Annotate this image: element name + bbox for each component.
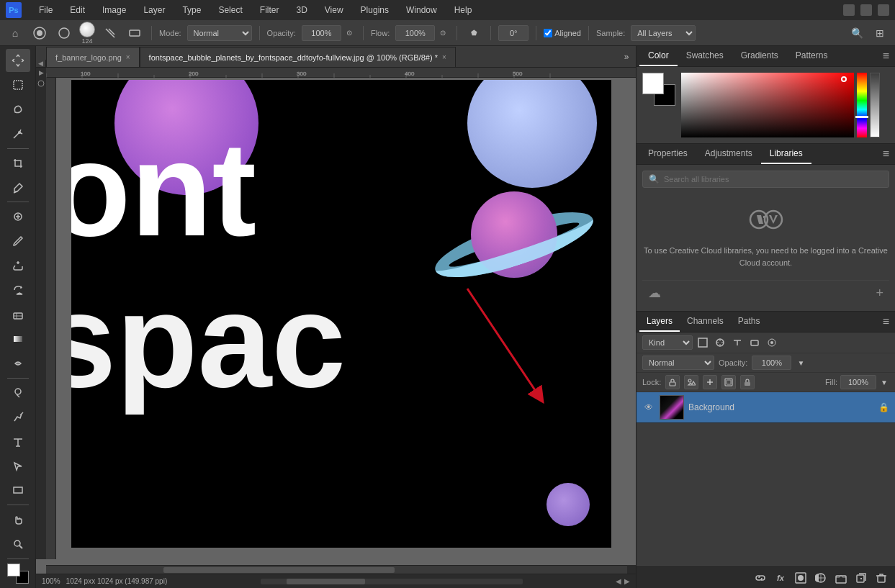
color-swatches-widget[interactable] bbox=[6, 562, 30, 585]
new-group-btn[interactable] bbox=[833, 570, 849, 586]
add-mask-btn[interactable] bbox=[793, 570, 809, 586]
hue-marker[interactable] bbox=[855, 116, 868, 118]
history-brush-tool[interactable] bbox=[6, 279, 30, 302]
blend-mode-select[interactable]: Normal bbox=[642, 356, 714, 370]
scroll-left-btn[interactable]: ◀ bbox=[616, 577, 621, 585]
move-tool[interactable] bbox=[6, 49, 30, 72]
lock-transparency-btn[interactable] bbox=[665, 375, 680, 389]
lock-image-btn[interactable] bbox=[684, 375, 698, 389]
menu-file[interactable]: File bbox=[36, 4, 55, 17]
tab-close-banner[interactable]: × bbox=[126, 53, 130, 61]
fill-input[interactable] bbox=[840, 375, 876, 389]
eraser-tool[interactable] bbox=[6, 303, 30, 326]
sample-select[interactable]: All Layers bbox=[631, 25, 696, 41]
scroll-thumb-bottom[interactable] bbox=[287, 579, 365, 584]
tab-fontspace[interactable]: fontspace_bubble_planets_by_fontspace_dd… bbox=[140, 47, 456, 67]
workspaces-icon[interactable]: ⊞ bbox=[871, 24, 889, 42]
text-tool[interactable] bbox=[6, 430, 30, 453]
scroll-right-btn[interactable]: ▶ bbox=[624, 577, 630, 585]
opacity-input-layers[interactable] bbox=[752, 356, 791, 370]
toggle-arrow[interactable]: ▶ bbox=[39, 69, 44, 76]
menu-type[interactable]: Type bbox=[179, 4, 204, 17]
color-gradient-picker[interactable] bbox=[681, 73, 854, 137]
brush-tool[interactable] bbox=[6, 230, 30, 253]
rectangle-tool[interactable] bbox=[6, 479, 30, 502]
text-kind-icon[interactable] bbox=[730, 335, 745, 350]
layer-styles-btn[interactable]: fx bbox=[773, 570, 788, 586]
lock-all-btn[interactable] bbox=[740, 375, 755, 389]
opacity-input[interactable] bbox=[302, 25, 341, 41]
brush-settings-icon[interactable] bbox=[101, 24, 120, 42]
magic-wand-tool[interactable] bbox=[6, 122, 30, 145]
link-layers-btn[interactable] bbox=[752, 570, 768, 586]
menu-window[interactable]: Window bbox=[403, 4, 440, 17]
tab-close-fontspace[interactable]: × bbox=[442, 53, 446, 61]
tab-adjustments[interactable]: Adjustments bbox=[696, 144, 761, 164]
new-fill-adjust-btn[interactable] bbox=[813, 570, 829, 586]
rectangle-marquee-tool[interactable] bbox=[6, 73, 30, 96]
tab-layers[interactable]: Layers bbox=[639, 312, 680, 332]
menu-image[interactable]: Image bbox=[99, 4, 129, 17]
kind-select[interactable]: Kind bbox=[642, 335, 693, 350]
menu-view[interactable]: View bbox=[322, 4, 346, 17]
airbrush-icon[interactable]: ⬟ bbox=[464, 24, 483, 42]
hue-slider[interactable] bbox=[857, 73, 867, 137]
menu-help[interactable]: Help bbox=[451, 4, 475, 17]
dodge-tool[interactable] bbox=[6, 381, 30, 404]
eyedrop-mini[interactable] bbox=[37, 79, 45, 86]
tab-swatches[interactable]: Swatches bbox=[678, 46, 732, 66]
canvas-viewport[interactable]: ▶ ont spac bbox=[36, 68, 636, 574]
gradient-marker[interactable] bbox=[841, 76, 847, 82]
aligned-checkbox[interactable]: Aligned bbox=[544, 29, 581, 37]
lock-artboard-btn[interactable] bbox=[721, 375, 736, 389]
alpha-slider[interactable] bbox=[870, 73, 880, 137]
spot-healing-tool[interactable] bbox=[6, 205, 30, 228]
tab-patterns[interactable]: Patterns bbox=[787, 46, 837, 66]
smart-kind-icon[interactable] bbox=[765, 335, 779, 350]
mode-select[interactable]: Normal bbox=[187, 25, 252, 41]
tab-banner-logo[interactable]: f_banner_logo.png × bbox=[46, 47, 140, 67]
fill-arrow-icon[interactable]: ▼ bbox=[879, 377, 889, 387]
tab-color[interactable]: Color bbox=[639, 46, 678, 66]
menu-3d[interactable]: 3D bbox=[293, 4, 310, 17]
crop-tool[interactable] bbox=[6, 152, 30, 175]
scrollbar-horizontal-bottom[interactable] bbox=[261, 579, 523, 584]
menu-select[interactable]: Select bbox=[215, 4, 245, 17]
menu-plugins[interactable]: Plugins bbox=[358, 4, 392, 17]
clone-stamp-tool[interactable] bbox=[6, 254, 30, 277]
shape-kind-icon[interactable] bbox=[747, 335, 762, 350]
path-selection-tool[interactable] bbox=[6, 455, 30, 478]
foreground-swatch[interactable] bbox=[642, 73, 664, 94]
blur-tool[interactable] bbox=[6, 352, 30, 375]
tabs-overflow-arrow[interactable]: » bbox=[617, 47, 636, 67]
add-library-btn[interactable]: + bbox=[876, 286, 883, 301]
search-icon[interactable]: 🔍 bbox=[847, 24, 866, 42]
tab-properties[interactable]: Properties bbox=[639, 144, 696, 164]
opacity-arrow-icon[interactable]: ▼ bbox=[796, 358, 806, 368]
props-panel-menu[interactable]: ≡ bbox=[880, 145, 892, 163]
menu-edit[interactable]: Edit bbox=[67, 4, 88, 17]
brush-tip-icon[interactable] bbox=[79, 22, 95, 37]
layers-panel-menu[interactable]: ≡ bbox=[880, 312, 892, 331]
tool-preset-icon[interactable] bbox=[30, 24, 49, 42]
maximize-button[interactable] bbox=[860, 4, 872, 16]
gradient-tool[interactable] bbox=[6, 327, 30, 350]
search-libraries-input[interactable] bbox=[664, 175, 883, 184]
scrollbar-horizontal[interactable] bbox=[46, 565, 627, 574]
left-panel-toggle[interactable]: ▶ bbox=[36, 68, 46, 559]
panel-collapse-left[interactable]: ◀ bbox=[36, 60, 46, 67]
lasso-tool[interactable] bbox=[6, 98, 30, 121]
color-panel-menu[interactable]: ≡ bbox=[880, 47, 892, 65]
tab-channels[interactable]: Channels bbox=[680, 312, 731, 332]
cloud-icon[interactable]: ☁ bbox=[648, 285, 661, 301]
flow-pressure-icon[interactable]: ⊙ bbox=[436, 24, 449, 42]
menu-filter[interactable]: Filter bbox=[257, 4, 282, 17]
minimize-button[interactable] bbox=[843, 4, 855, 16]
zoom-tool[interactable] bbox=[6, 533, 30, 556]
tab-gradients[interactable]: Gradients bbox=[732, 46, 787, 66]
opacity-pressure-icon[interactable]: ⊙ bbox=[343, 24, 356, 42]
brush-preview-icon[interactable] bbox=[55, 24, 73, 42]
delete-layer-btn[interactable] bbox=[873, 570, 889, 586]
flow-input[interactable] bbox=[395, 25, 435, 41]
brush-erase-icon[interactable] bbox=[125, 24, 144, 42]
